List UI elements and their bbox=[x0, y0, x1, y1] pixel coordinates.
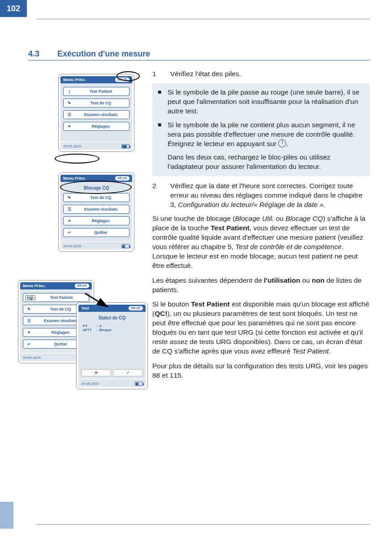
device-2-title: Menu Princ. bbox=[63, 176, 86, 181]
step-2-number: 2 bbox=[152, 181, 170, 210]
check-icon: ✓ bbox=[126, 371, 130, 375]
device-3-btn-test-patient[interactable]: CQ! Test Patient bbox=[23, 293, 89, 302]
test-strip-icon: ❘ bbox=[66, 89, 73, 94]
battery-icon bbox=[135, 382, 143, 386]
battery-icon bbox=[121, 144, 129, 148]
wrench-icon: ✦ bbox=[26, 330, 32, 335]
paragraph-2: Les étapes suivantes dépendent de l'util… bbox=[152, 276, 370, 295]
device-4-cancel-button[interactable]: ✕ bbox=[81, 369, 111, 376]
top-rule bbox=[36, 19, 370, 19]
device-2-date: 29.05.2015 bbox=[63, 244, 81, 248]
note-item-1-text: Si le symbole de la pile passe au rouge … bbox=[168, 88, 364, 116]
device-3-time: 09:15 bbox=[75, 284, 89, 288]
section-heading: 4.3 Exécution d'une mesure bbox=[28, 49, 150, 59]
device-3-date: 29.05.2015 bbox=[23, 356, 41, 360]
device-4-param-aptt: aPTT – Bloqué bbox=[83, 328, 141, 332]
device-screen-4: Test 09:15 Statut de CQ PT – 3 aPTT – Bl… bbox=[76, 302, 148, 389]
wrench-icon: ✦ bbox=[66, 219, 73, 223]
note-item-2-text: Si le symbole de la pile ne contient plu… bbox=[168, 121, 364, 149]
device-2-btn-test-cq[interactable]: ✎ Test de CQ bbox=[63, 193, 129, 202]
dropper-icon: ✎ bbox=[66, 195, 73, 200]
device-1-btn-test-patient[interactable]: ❘ Test Patient bbox=[63, 87, 129, 96]
device-2-time: 09:15 bbox=[115, 176, 129, 181]
device-2-blocage-title: Blocage CQ bbox=[63, 185, 129, 190]
paragraph-3: Si le bouton Test Patient est disponible… bbox=[152, 300, 370, 356]
device-1-header: Menu Princ. 09:15 bbox=[60, 76, 132, 83]
device-2-footer: 29.05.2015 bbox=[60, 242, 132, 250]
square-bullet-icon: ■ bbox=[158, 121, 168, 149]
device-4-params: PT – 3 aPTT – Bloqué bbox=[81, 323, 143, 333]
device-1-btn-test-cq[interactable]: ✎ Test de CQ bbox=[63, 99, 129, 108]
cross-icon: ✕ bbox=[95, 371, 98, 375]
device-4-confirm-button[interactable]: ✓ bbox=[113, 369, 143, 376]
device-4-actions: ✕ ✓ bbox=[81, 369, 143, 376]
back-arrow-icon: ↵ bbox=[66, 230, 73, 235]
device-4-param-pt: PT – 3 bbox=[83, 324, 141, 328]
device-4-header: Test 09:15 bbox=[78, 305, 146, 312]
dropper-icon: ✎ bbox=[66, 101, 73, 105]
left-margin-stripe bbox=[0, 502, 13, 529]
device-2-btn-settings[interactable]: ✦ Réglages bbox=[63, 216, 129, 225]
step-1: 1 Vérifiez l'état des piles. bbox=[152, 69, 370, 79]
device-1-title: Menu Princ. bbox=[63, 78, 86, 82]
paragraph-4: Pour plus de détails sur la configuratio… bbox=[152, 362, 370, 380]
step-1-text: Vérifiez l'état des piles. bbox=[170, 69, 241, 79]
device-1-time: 09:15 bbox=[115, 78, 129, 82]
device-4-title: Test bbox=[81, 306, 89, 310]
device-screen-1: Menu Princ. 09:15 ❘ Test Patient ✎ Test … bbox=[58, 74, 134, 152]
paragraph-1: Si une touche de blocage (Blocage Util. … bbox=[152, 214, 370, 271]
heading-rule bbox=[28, 60, 370, 60]
power-icon bbox=[278, 139, 286, 147]
cq-warning-badge: CQ! bbox=[25, 295, 35, 300]
device-1-btn-settings[interactable]: ✦ Réglages bbox=[63, 122, 129, 131]
device-3-title: Menu Princ. bbox=[23, 284, 46, 288]
results-icon: ☰ bbox=[66, 112, 73, 117]
note-box: ■ Si le symbole de la pile passe au roug… bbox=[152, 83, 370, 176]
battery-icon bbox=[121, 244, 129, 248]
back-arrow-icon: ↵ bbox=[26, 342, 32, 346]
body-text-column: 1 Vérifiez l'état des piles. ■ Si le sym… bbox=[152, 69, 370, 386]
highlight-circle-date bbox=[55, 154, 99, 164]
device-4-date: 29.05.2015 bbox=[81, 382, 99, 386]
step-2-text: Vérifiez que la date et l'heure sont cor… bbox=[170, 181, 370, 210]
wrench-icon: ✦ bbox=[66, 124, 73, 129]
device-4-body: Statut de CQ PT – 3 aPTT – Bloqué ✕ ✓ bbox=[78, 312, 146, 379]
square-bullet-icon: ■ bbox=[158, 88, 168, 116]
results-icon: ☰ bbox=[26, 319, 32, 323]
device-1-btn-results[interactable]: ☰ Examen résultats bbox=[63, 110, 129, 119]
heading-title: Exécution d'une mesure bbox=[57, 49, 150, 58]
device-3-header: Menu Princ. 09:15 bbox=[20, 282, 92, 289]
dropper-icon: ✎ bbox=[26, 307, 32, 311]
device-4-footer: 29.05.2015 bbox=[78, 380, 146, 387]
results-icon: ☰ bbox=[66, 207, 73, 211]
device-2-body: Blocage CQ ✎ Test de CQ ☰ Examen résulta… bbox=[60, 182, 132, 241]
device-1-date: 29.05.2015 bbox=[63, 144, 81, 148]
note-item-1: ■ Si le symbole de la pile passe au roug… bbox=[158, 88, 364, 116]
step-2: 2 Vérifiez que la date et l'heure sont c… bbox=[152, 181, 370, 210]
device-2-btn-quit[interactable]: ↵ Quitter bbox=[63, 228, 129, 237]
device-1-body: ❘ Test Patient ✎ Test de CQ ☰ Examen rés… bbox=[60, 83, 132, 142]
device-2-btn-results[interactable]: ☰ Examen résultats bbox=[63, 205, 129, 214]
bottom-rule bbox=[36, 524, 370, 525]
note-tail-text: Dans les deux cas, rechargez le bloc-pil… bbox=[168, 153, 364, 172]
device-2-header: Menu Princ. 09:15 bbox=[60, 175, 132, 182]
step-1-number: 1 bbox=[152, 69, 170, 79]
device-4-status-title: Statut de CQ bbox=[81, 315, 143, 320]
page-number-tab: 102 bbox=[0, 0, 27, 17]
heading-number: 4.3 bbox=[28, 49, 55, 59]
note-item-2: ■ Si le symbole de la pile ne contient p… bbox=[158, 121, 364, 149]
device-1-footer: 29.05.2015 bbox=[60, 142, 132, 150]
device-4-time: 09:15 bbox=[129, 306, 143, 310]
device-screen-2: Menu Princ. 09:15 Blocage CQ ✎ Test de C… bbox=[58, 172, 134, 252]
